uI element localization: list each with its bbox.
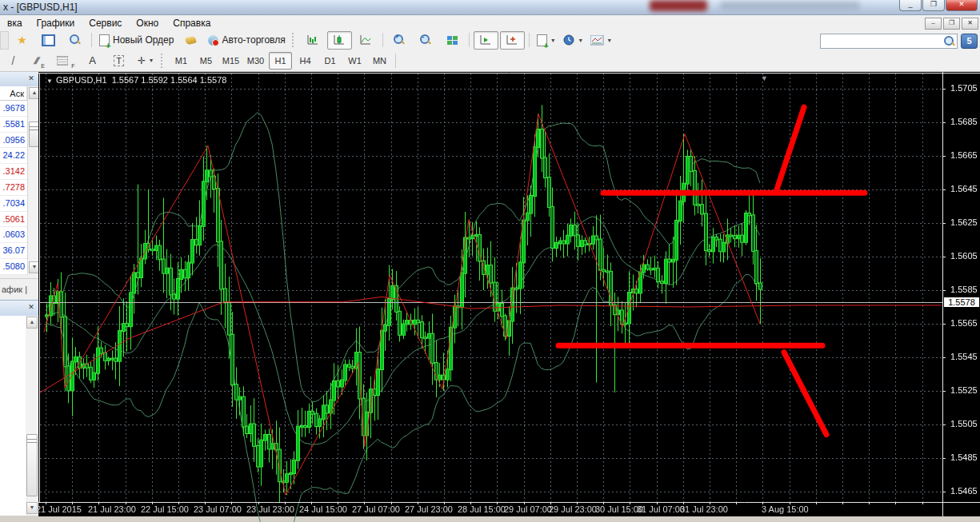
window-maximize-button[interactable]: ❐ <box>922 0 945 11</box>
tf-button-m1[interactable]: M1 <box>170 52 193 70</box>
star-folder-icon: ★ <box>17 34 27 46</box>
menu-item-help[interactable]: Справка <box>166 16 218 30</box>
channel-icon: /// <box>33 55 40 66</box>
tile-windows-button[interactable] <box>440 31 465 50</box>
alert-button[interactable] <box>178 31 203 50</box>
tf-button-w1[interactable]: W1 <box>343 52 366 70</box>
fibo-sub-label: F <box>71 63 74 69</box>
market-watch-ask-value[interactable]: 36.07 <box>0 243 27 259</box>
left-bottom-strip <box>0 516 38 522</box>
navigator-close-icon[interactable]: ✕ <box>26 302 36 312</box>
timeframe-button-group: M1M5M15M30H1H4D1W1MN <box>169 52 392 70</box>
mdi-minimize-button[interactable]: – <box>925 18 942 30</box>
magnifier-icon <box>70 34 81 46</box>
tf-button-m5[interactable]: M5 <box>194 52 218 70</box>
chart-ohlc-values: 1.5567 1.5592 1.5564 1.5578 <box>112 75 227 85</box>
market-watch-ask-value[interactable]: 24.22 <box>0 148 27 164</box>
time-axis-label: 23 Jul 07:00 <box>194 504 242 514</box>
menu-item-charts[interactable]: Графики <box>30 16 82 30</box>
tf-button-mn[interactable]: MN <box>368 52 391 70</box>
window-minimize-button[interactable]: _ <box>899 0 922 11</box>
market-watch-scrollbar[interactable]: ▲ ▼ <box>27 86 39 275</box>
market-watch-toggle-button[interactable] <box>36 31 61 50</box>
market-watch-ask-value[interactable]: .5080 <box>0 259 27 275</box>
autotrading-label: Авто-торговля <box>222 34 285 46</box>
market-watch-ask-value[interactable]: .3142 <box>0 164 27 180</box>
drawing-toolbar: / ///E F A T ✛▾ M1M5M15M30H1H4D1W1MN <box>0 50 980 72</box>
horn-icon <box>186 35 198 45</box>
market-watch-ask-value[interactable]: .5061 <box>0 212 27 228</box>
search-input[interactable] <box>821 36 944 46</box>
market-watch-ask-column-header[interactable]: Аск <box>0 86 27 101</box>
window-close-button[interactable]: ✕ <box>946 0 978 11</box>
tester-button[interactable] <box>62 31 87 50</box>
market-watch-ask-value[interactable]: .7278 <box>0 180 27 196</box>
trendline-icon: / <box>12 54 15 67</box>
new-chart-icon: + <box>537 34 547 46</box>
trendline-tool-button[interactable]: / <box>1 51 26 70</box>
tf-button-h1[interactable]: H1 <box>269 52 292 70</box>
zoom-out-icon: - <box>420 34 431 46</box>
menu-item-insert-partial[interactable]: вка <box>0 16 30 30</box>
chart-shift-marker-icon[interactable]: ▼ <box>761 74 768 82</box>
mt4-application: x - [GBPUSD,H1] _ ❐ ✕ вка Графики Сервис… <box>0 0 980 522</box>
time-axis-label: 23 Jul 23:00 <box>246 504 294 514</box>
menu-item-window[interactable]: Окно <box>129 16 166 30</box>
tf-button-d1[interactable]: D1 <box>318 52 342 70</box>
notifications-badge[interactable]: 5 <box>961 34 978 49</box>
standard-toolbar: ★ + Новый Ордер Авто-торговля + - <box>0 30 980 50</box>
indicators-dropdown-button[interactable]: ▾ <box>587 31 614 50</box>
chart-window-gbpusd-h1: ▼GBPUSD,H1 1.5567 1.5592 1.5564 1.5578 ▼… <box>38 72 980 522</box>
market-watch-ask-value[interactable]: .0603 <box>0 227 27 243</box>
time-axis-label: 21 Jul 2015 <box>36 504 82 514</box>
tf-button-m15[interactable]: M15 <box>219 52 242 70</box>
market-watch-tab[interactable]: афик | <box>0 278 38 300</box>
new-chart-dropdown-button[interactable]: +▾ <box>534 31 558 50</box>
market-watch-close-icon[interactable]: ✕ <box>26 74 36 83</box>
market-watch-ask-value[interactable]: .7034 <box>0 196 27 212</box>
zoom-out-button[interactable]: - <box>414 31 438 50</box>
text-label-tool-button[interactable]: T <box>106 51 131 70</box>
chart-dropdown-icon[interactable]: ▼ <box>46 78 53 85</box>
market-watch-ask-value[interactable]: .9678 <box>0 101 27 117</box>
search-icon[interactable] <box>944 36 955 47</box>
line-chart-mode-button[interactable] <box>354 31 378 50</box>
price-chart-canvas[interactable] <box>38 72 980 522</box>
profiles-button[interactable]: ★ <box>10 31 34 50</box>
mdi-restore-button[interactable]: ❐ <box>943 18 960 30</box>
main-area: ✕ Аск .9678.5581.095624.22.3142.7278.703… <box>0 72 980 522</box>
nav-scroll-up-icon[interactable]: ▲ <box>26 317 38 329</box>
market-watch-header: ✕ <box>0 72 38 87</box>
text-label-icon: T <box>114 55 124 66</box>
navigator-scrollbar[interactable]: ▲ ▼ <box>26 316 37 516</box>
time-axis-label: 3 Aug 15:00 <box>762 504 809 514</box>
navigator-scroll-thumb[interactable] <box>26 434 38 496</box>
candle-chart-mode-button[interactable] <box>327 31 352 50</box>
fibonacci-tool-button[interactable]: F <box>54 51 78 70</box>
price-axis-label: 1.5465 <box>950 486 978 496</box>
fibonacci-grid-icon <box>57 56 68 66</box>
text-tool-button[interactable]: A <box>80 51 105 70</box>
left-panel-strip: ✕ Аск .9678.5581.095624.22.3142.7278.703… <box>0 72 38 522</box>
current-price-tag: 1.5578 <box>943 297 980 308</box>
market-watch-ask-value[interactable]: .0956 <box>0 133 27 149</box>
cut-toolbar-button[interactable] <box>0 31 9 50</box>
auto-scroll-button[interactable] <box>474 31 498 50</box>
price-axis-label: 1.5605 <box>950 251 978 261</box>
bar-chart-mode-button[interactable] <box>301 31 326 50</box>
periods-dropdown-button[interactable]: ▾ <box>560 31 586 50</box>
autotrading-button[interactable]: Авто-торговля <box>205 31 288 50</box>
price-axis-label: 1.5705 <box>950 83 978 93</box>
new-order-button[interactable]: + Новый Ордер <box>96 31 177 50</box>
indicators-icon <box>590 35 604 46</box>
menu-item-tools[interactable]: Сервис <box>82 16 129 30</box>
zoom-in-button[interactable]: + <box>387 31 412 50</box>
tf-button-m30[interactable]: M30 <box>244 52 267 70</box>
tf-button-h4[interactable]: H4 <box>294 52 317 70</box>
equidistant-channel-tool-button[interactable]: ///E <box>27 51 52 70</box>
arrows-tool-button[interactable]: ✛▾ <box>133 51 158 70</box>
market-watch-ask-value[interactable]: .5581 <box>0 117 27 133</box>
chart-shift-button[interactable] <box>500 31 525 50</box>
navigator-header: ✕ <box>0 300 38 317</box>
mdi-close-button[interactable]: ✕ <box>962 18 978 30</box>
